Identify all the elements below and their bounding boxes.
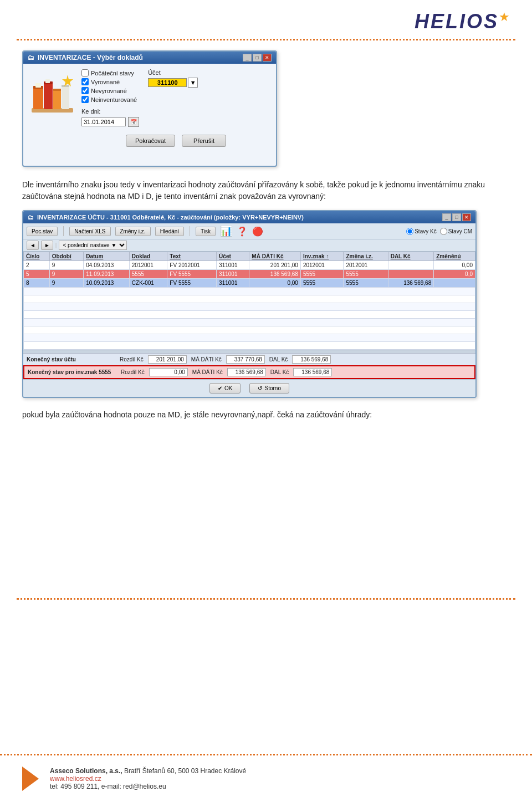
main-window-titlebar: 🗂 INVENTARIZACE ÚČTU - 311001 Odběratelé… — [23, 211, 475, 223]
ucet-label: Účet — [148, 69, 198, 76]
page-header: HELIOS ★ — [0, 0, 532, 39]
main-toolbar: Poc.stav Načtení XLS Změny i.z. Hledání … — [23, 223, 475, 239]
logo: HELIOS ★ — [415, 10, 510, 33]
toolbar-tisk-btn[interactable]: Tisk — [196, 227, 216, 236]
books-icon — [29, 69, 76, 116]
footer1-ma-dati-label: MÁ DÁTI Kč — [191, 356, 222, 362]
ucet-input[interactable] — [148, 78, 187, 87]
col-doklad[interactable]: Doklad — [129, 252, 167, 261]
table-row — [24, 342, 475, 350]
col-text[interactable]: Text — [167, 252, 217, 261]
table-row[interactable]: 2 9 04.09.2013 2012001 FV 2012001 311001… — [24, 261, 475, 270]
toolbar-sep2 — [190, 226, 190, 236]
nav-next-btn[interactable]: ► — [41, 241, 53, 250]
logo-text: HELIOS — [415, 10, 499, 33]
col-inv-znak[interactable]: Inv.znak ↑ — [300, 252, 344, 261]
main-maximize-btn[interactable]: □ — [452, 213, 461, 221]
dialog1-maximize-btn[interactable]: □ — [253, 54, 262, 62]
paragraph2: pokud byla zaúčtována hodnota pouze na M… — [22, 409, 510, 421]
main-win-buttons: _ □ ✕ — [442, 213, 471, 221]
dialog1-titlebar: 🗂 INVENTARIZACE - Výběr dokladů _ □ ✕ — [23, 52, 276, 64]
toolbar-poc-stav-btn[interactable]: Poc.stav — [27, 227, 58, 236]
data-table: Číslo Období Datum Doklad Text Účet MÁ D… — [23, 252, 475, 350]
dialog1-title-text: INVENTARIZACE - Výběr dokladů — [38, 54, 143, 62]
main-content: 🗂 INVENTARIZACE - Výběr dokladů _ □ ✕ — [0, 50, 532, 421]
svg-rect-9 — [35, 83, 41, 88]
calendar-btn[interactable]: 📅 — [128, 117, 139, 127]
svg-rect-5 — [53, 89, 61, 109]
col-ucet[interactable]: Účet — [217, 252, 249, 261]
page-footer: Asseco Solutions, a.s., Bratří Štefanů 6… — [0, 754, 532, 802]
toolbar-zmeny-iz-btn[interactable]: Změny i.z. — [115, 227, 151, 236]
pokracovat-btn[interactable]: Pokračovat — [126, 135, 175, 147]
checkbox-neinventurovane[interactable]: Neinventurované — [81, 96, 137, 103]
radio-stavy-cm[interactable] — [440, 228, 447, 235]
toolbar-hledani-btn[interactable]: Hledání — [155, 227, 184, 236]
svg-rect-1 — [33, 86, 43, 109]
footer-company: Asseco Solutions, a.s., — [50, 767, 122, 775]
col-dal[interactable]: DAL Kč — [388, 252, 434, 261]
dialog1-title-icon: 🗂 — [28, 54, 34, 62]
toolbar-help-icon: ❓ — [237, 226, 248, 237]
dialog1-ucet: Účet ▼ — [148, 69, 198, 88]
dialog1-form: Počáteční stavy Vyrovnané Nevyrovnané Ne… — [81, 69, 270, 151]
radio-stavy-kc-label[interactable]: Stavy Kč — [406, 228, 436, 235]
radio-stavy-kc[interactable] — [406, 228, 413, 235]
footer-arrow-icon — [22, 767, 39, 791]
checkbox-vyrovnane[interactable]: Vyrovnané — [81, 78, 137, 85]
storno-btn[interactable]: ↺ Storno — [249, 383, 289, 394]
main-action-buttons: ✔ OK ↺ Storno — [23, 379, 475, 397]
radio-stavy-cm-label[interactable]: Stavy CM — [440, 228, 472, 235]
col-zmena-iz[interactable]: Změna i.z. — [344, 252, 388, 261]
ke-dni-row: Ke dni: — [81, 108, 270, 115]
table-row — [24, 295, 475, 303]
footer1-dal-value: 136 569,68 — [292, 355, 331, 364]
ok-btn[interactable]: ✔ OK — [209, 383, 241, 394]
footer-row1: Konečný stav účtu Rozdíl Kč 201 201,00 M… — [23, 353, 475, 365]
main-minimize-btn[interactable]: _ — [442, 213, 451, 221]
toolbar-nacteni-xls-btn[interactable]: Načtení XLS — [69, 227, 110, 236]
table-row[interactable]: 5 9 11.09.2013 5555 FV 5555 311001 136 5… — [24, 270, 475, 279]
dialog1-close-btn[interactable]: ✕ — [263, 54, 272, 62]
table-row — [24, 326, 475, 334]
toolbar-xls-icon: 📊 — [220, 225, 232, 237]
prerusit-btn[interactable]: Přerušit — [182, 135, 226, 147]
checkbox-nevyrovnane[interactable]: Nevyrovnané — [81, 87, 137, 94]
table-row — [24, 311, 475, 319]
footer2-ma-dati-label: MÁ DÁTI Kč — [192, 369, 223, 375]
table-row — [24, 288, 475, 295]
col-ma-dati[interactable]: MÁ DÁTI Kč — [249, 252, 301, 261]
nav-select[interactable]: < poslední nastave ▼ — [59, 241, 127, 250]
footer1-dal-label: DAL Kč — [269, 356, 288, 362]
toolbar-sep1 — [63, 226, 64, 236]
svg-rect-3 — [44, 81, 53, 109]
date-input[interactable] — [81, 118, 126, 126]
ok-icon: ✔ — [218, 385, 222, 391]
footer1-label: Konečný stav účtu — [27, 356, 115, 362]
col-zmenenu[interactable]: Změněnú — [434, 252, 475, 261]
table-row[interactable]: 8 9 10.09.2013 CZK-001 FV 5555 311001 0,… — [24, 279, 475, 288]
dialog1-section: 🗂 INVENTARIZACE - Výběr dokladů _ □ ✕ — [22, 50, 510, 167]
main-window-title: INVENTARIZACE ÚČTU - 311001 Odběratelé, … — [37, 214, 304, 221]
svg-rect-7 — [62, 85, 69, 109]
nav-row: ◄ ► | < poslední nastave ▼ — [23, 239, 475, 252]
col-datum[interactable]: Datum — [84, 252, 130, 261]
footer2-rozdil-value: 0,00 — [149, 368, 188, 376]
footer-company-line: Asseco Solutions, a.s., Bratří Štefanů 6… — [50, 767, 246, 775]
dialog1-checkboxes: Počáteční stavy Vyrovnané Nevyrovnané Ne… — [81, 69, 137, 105]
svg-rect-10 — [45, 79, 50, 83]
ke-dni-label: Ke dni: — [81, 108, 100, 115]
col-obdobi[interactable]: Období — [49, 252, 84, 261]
ucet-dropdown-btn[interactable]: ▼ — [188, 78, 198, 88]
main-close-btn[interactable]: ✕ — [462, 213, 471, 221]
footer2-label: Konečný stav pro inv.znak 5555 — [28, 369, 116, 375]
dialog1-window: 🗂 INVENTARIZACE - Výběr dokladů _ □ ✕ — [22, 50, 277, 167]
footer-contact: Asseco Solutions, a.s., Bratří Štefanů 6… — [50, 767, 246, 790]
nav-prev-btn[interactable]: ◄ — [27, 241, 39, 250]
footer2-rozdil-label: Rozdíl Kč — [121, 369, 145, 375]
nav-sep: | — [55, 242, 57, 248]
dialog1-minimize-btn[interactable]: _ — [243, 54, 252, 62]
checkbox-pocatecni[interactable]: Počáteční stavy — [81, 69, 137, 76]
col-cislo[interactable]: Číslo — [24, 252, 50, 261]
footer-row2: Konečný stav pro inv.znak 5555 Rozdíl Kč… — [23, 365, 475, 379]
